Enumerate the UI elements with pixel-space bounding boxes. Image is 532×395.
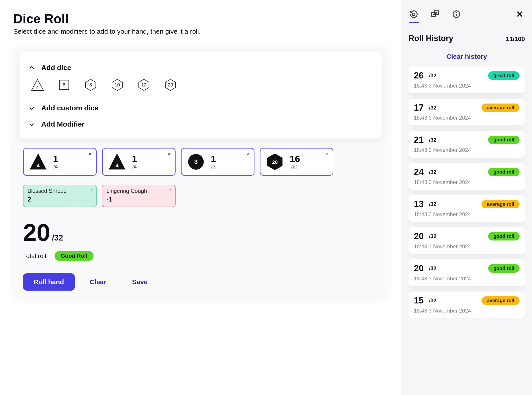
total-max: /32	[52, 233, 63, 242]
svg-text:10: 10	[115, 82, 120, 88]
history-card[interactable]: 21/32 good roll 18:43 3 November 2024	[409, 131, 525, 158]
accordion-add-dice[interactable]: Add dice	[28, 60, 373, 76]
modifier-card[interactable]: × Blessed Shroud 2	[23, 185, 97, 207]
history-card[interactable]: 20/32 good roll 18:43 3 November 2024	[409, 259, 525, 286]
history-card[interactable]: 26/32 great roll 18:43 3 November 2024	[409, 66, 525, 93]
hand-card[interactable]: × 3 1 /3	[181, 148, 254, 176]
accordion-add-custom[interactable]: Add custom dice	[28, 100, 373, 116]
die-face-icon: 4	[108, 153, 126, 171]
die-option-d20[interactable]: 20	[164, 78, 177, 92]
history-value: 20	[414, 231, 424, 241]
clear-history-button[interactable]: Clear history	[409, 53, 525, 60]
remove-die-icon[interactable]: ×	[245, 150, 251, 158]
history-time: 18:43 3 November 2024	[414, 275, 520, 282]
history-tag: good roll	[488, 136, 520, 144]
history-tag: good roll	[488, 168, 520, 176]
modifier-value: 2	[27, 196, 92, 203]
action-row: Roll hand Clear Save	[23, 273, 382, 291]
history-card[interactable]: 15/32 average roll 18:43 3 November 2024	[409, 291, 525, 318]
die-option-d6[interactable]: 6	[57, 78, 71, 92]
svg-text:4: 4	[37, 163, 40, 169]
remove-die-icon[interactable]: ×	[87, 150, 93, 158]
hand-row: × 4 1 /4 × 4 1 /4 × 3 1 /3 × 20	[23, 148, 382, 176]
add-card: Add dice 4 6 8 10	[20, 52, 382, 138]
history-value: 26	[414, 71, 424, 81]
accordion-add-modifier[interactable]: Add Modifier	[28, 116, 373, 132]
die-option-d8[interactable]: 8	[84, 78, 98, 92]
hand-card[interactable]: × 4 1 /4	[23, 148, 97, 176]
hand-card[interactable]: × 20 16 /20	[260, 148, 333, 176]
history-time: 18:43 3 November 2024	[414, 179, 520, 185]
tab-info[interactable]	[451, 8, 462, 21]
history-time: 18:43 3 November 2024	[414, 243, 520, 250]
accordion-label: Add dice	[41, 64, 71, 72]
svg-text:6: 6	[63, 82, 65, 88]
hand-card[interactable]: × 4 1 /4	[102, 148, 176, 176]
history-tag: average roll	[482, 296, 520, 305]
die-option-d4[interactable]: 4	[31, 78, 44, 92]
roll-button[interactable]: Roll hand	[23, 273, 75, 291]
history-max: /32	[429, 233, 436, 239]
sidebar-title: Roll History	[409, 34, 453, 43]
history-value: 24	[414, 167, 424, 177]
tab-history[interactable]	[409, 8, 419, 21]
history-max: /32	[429, 265, 436, 272]
svg-text:20: 20	[168, 82, 173, 88]
history-card[interactable]: 24/32 good roll 18:43 3 November 2024	[409, 163, 525, 190]
svg-text:12: 12	[141, 82, 147, 88]
svg-point-24	[436, 12, 437, 13]
hand-value: 1	[132, 154, 137, 164]
hand-max: /3	[211, 164, 216, 169]
history-tag: good roll	[488, 264, 520, 273]
total-caption: Total roll	[23, 252, 46, 260]
history-list: 26/32 great roll 18:43 3 November 2024 1…	[409, 66, 525, 318]
history-max: /32	[429, 201, 436, 207]
close-icon[interactable]: ✕	[515, 8, 525, 20]
history-time: 18:43 3 November 2024	[414, 147, 520, 153]
die-face-icon: 20	[266, 153, 284, 171]
hand-max: /4	[132, 164, 137, 169]
svg-point-27	[456, 12, 457, 13]
clear-button[interactable]: Clear	[79, 273, 117, 291]
history-value: 21	[414, 135, 424, 145]
svg-point-23	[433, 14, 434, 15]
roll-panel: Add dice 4 6 8 10	[13, 46, 388, 297]
history-value: 20	[414, 263, 424, 273]
hand-max: /20	[291, 164, 299, 169]
history-time: 18:43 3 November 2024	[414, 308, 520, 314]
history-tag: average roll	[482, 104, 520, 112]
history-tag: good roll	[488, 232, 520, 241]
history-time: 18:43 3 November 2024	[414, 211, 520, 217]
history-max: /32	[429, 297, 436, 304]
remove-die-icon[interactable]: ×	[166, 150, 172, 158]
die-option-d12[interactable]: 12	[137, 78, 151, 92]
hand-value: 1	[211, 154, 216, 164]
svg-text:4: 4	[115, 163, 119, 169]
history-card[interactable]: 13/32 average roll 18:43 3 November 2024	[409, 195, 525, 222]
page-title: Dice Roll	[13, 11, 388, 26]
history-card[interactable]: 17/32 average roll 18:43 3 November 2024	[409, 99, 525, 126]
svg-text:3: 3	[194, 158, 197, 165]
modifier-name: Blessed Shroud	[27, 188, 92, 194]
hand-max: /4	[53, 164, 58, 169]
accordion-label: Add custom dice	[41, 104, 99, 112]
modifier-value: -1	[106, 196, 171, 203]
chevron-down-icon	[28, 121, 35, 128]
history-tag: great roll	[488, 71, 520, 80]
chevron-down-icon	[28, 105, 35, 111]
remove-die-icon[interactable]: ×	[324, 150, 330, 158]
die-face-icon: 4	[29, 153, 47, 171]
save-button[interactable]: Save	[121, 273, 158, 291]
tab-dice[interactable]	[430, 8, 440, 21]
svg-text:20: 20	[272, 159, 278, 165]
history-max: /32	[429, 105, 436, 111]
modifier-card[interactable]: × Lingering Cough -1	[102, 185, 176, 207]
history-card[interactable]: 20/32 good roll 18:43 3 November 2024	[409, 227, 525, 254]
remove-modifier-icon[interactable]: ×	[169, 187, 172, 193]
remove-modifier-icon[interactable]: ×	[90, 187, 93, 193]
history-value: 15	[414, 296, 424, 305]
main-pane: Dice Roll Select dice and modifiers to a…	[0, 0, 401, 395]
history-sidebar: ✕ Roll History 11/100 Clear history 26/3…	[401, 0, 532, 395]
die-option-d10[interactable]: 10	[110, 78, 124, 92]
history-max: /32	[429, 72, 436, 79]
